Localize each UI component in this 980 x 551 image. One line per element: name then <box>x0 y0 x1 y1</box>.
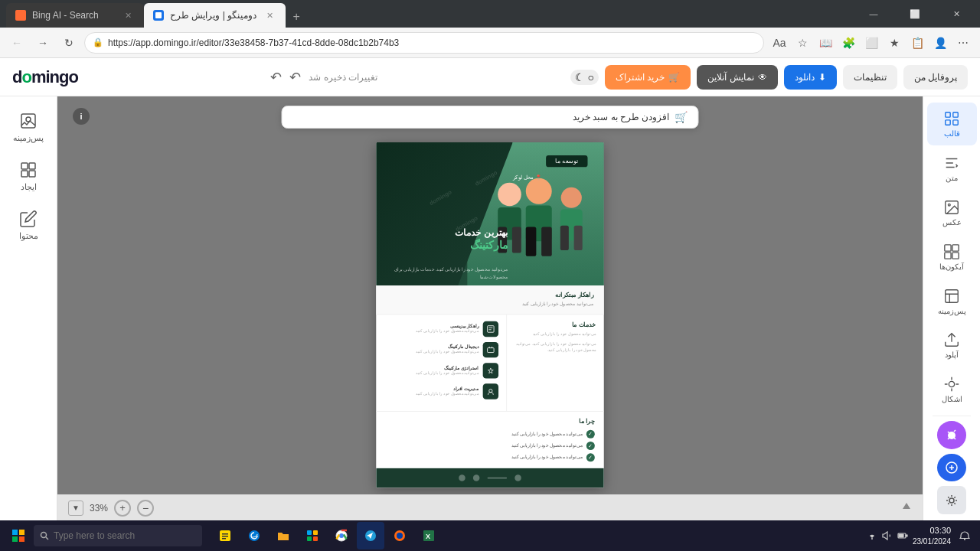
extensions-button[interactable]: 🧩 <box>838 32 859 54</box>
purchase-button[interactable]: 🛒 خرید اشتراک <box>605 65 691 90</box>
address-bar[interactable]: 🔒 https://app.domingo.ir/editor/33e38458… <box>84 32 764 54</box>
svg-rect-36 <box>946 289 959 302</box>
service-item-1: راهکار بیزینسی می‌توانید محصول خود را با… <box>384 321 498 337</box>
svg-rect-50 <box>222 536 228 537</box>
taskbar-files-app[interactable] <box>211 522 239 549</box>
svg-rect-49 <box>222 533 228 535</box>
tab-domingo[interactable]: دومینگو | ویرایش طرح ✕ <box>144 3 286 28</box>
ai-tool-button[interactable] <box>937 421 966 449</box>
svg-rect-54 <box>313 530 318 535</box>
service-desc-3: می‌توانید محصول خود را بازاریابی کنید <box>416 370 479 376</box>
zoom-level: 33% <box>90 503 108 514</box>
preview-label: نمایش آنلاین <box>707 72 753 83</box>
maximize-button[interactable]: ⬜ <box>897 2 933 25</box>
tool-bg[interactable]: پس‌زمینه <box>927 280 977 323</box>
battery-icon <box>897 530 908 541</box>
icons-icon <box>943 243 960 260</box>
tool-text[interactable]: متن <box>927 147 977 190</box>
scroll-up-button[interactable] <box>901 501 912 515</box>
new-tab-button[interactable]: + <box>286 6 307 28</box>
tab-bing[interactable]: Bing AI - Search ✕ <box>6 3 144 28</box>
tool-photo[interactable]: عکس <box>927 191 977 234</box>
taskbar-edge-app[interactable] <box>240 522 268 549</box>
back-button[interactable]: ← <box>6 32 28 54</box>
taskbar-search[interactable] <box>34 525 202 546</box>
zoom-bar: ▼ 33% + − <box>57 494 923 520</box>
tool-create[interactable]: ایجاد <box>4 153 54 199</box>
favorites-button[interactable]: ★ <box>884 32 905 54</box>
add-to-cart-button[interactable]: 🛒 افزودن طرح به سبد خرید <box>282 106 699 129</box>
taskbar-chrome-app[interactable] <box>328 522 355 549</box>
canvas-container: 🛒 افزودن طرح به سبد خرید i <box>57 96 923 520</box>
redo-button[interactable]: ↷ <box>270 69 282 86</box>
collections2-button[interactable]: 📋 <box>906 32 928 54</box>
tool-content[interactable]: محتوا <box>4 202 54 248</box>
notification-button[interactable] <box>956 527 974 545</box>
svg-point-46 <box>41 533 47 538</box>
why-text-2: می‌توانید محصول خود را بازاریابی کنید <box>511 443 583 448</box>
theme-toggle[interactable]: ☾ ○ <box>570 70 599 85</box>
close-button[interactable]: ✕ <box>939 2 974 25</box>
svg-marker-25 <box>903 503 910 509</box>
info-button[interactable]: i <box>73 108 90 125</box>
light-icon: ○ <box>588 71 594 83</box>
text-label: متن <box>946 174 958 182</box>
lock-icon: 🔒 <box>93 37 103 47</box>
taskbar-store-app[interactable] <box>299 522 326 549</box>
hero-subtitle: می‌توانید محصول خود را بازاریابی کنید. خ… <box>383 267 508 281</box>
tool-template[interactable]: قالب <box>927 103 977 145</box>
zoom-indicator[interactable]: ▼ <box>68 500 83 516</box>
hero-title-line2: مارکتینگ <box>383 240 508 253</box>
shapes-label: اشکال <box>942 395 962 403</box>
design-canvas[interactable]: توسعه ما 📍محل لوکر بهترین خدمات مارکتینگ <box>376 142 604 487</box>
start-button[interactable] <box>6 523 31 548</box>
minimize-button[interactable]: — <box>856 2 891 25</box>
download-button[interactable]: ⬇ دانلود <box>784 65 837 90</box>
taskbar-excel-app[interactable]: X <box>415 522 443 549</box>
star-button[interactable]: ☆ <box>792 32 813 54</box>
taskbar-search-input[interactable] <box>54 530 196 541</box>
right-sidebar: قالب متن عکس <box>923 96 980 520</box>
settings-bottom-button[interactable] <box>937 486 966 514</box>
bg-icon <box>943 288 960 305</box>
forward-button[interactable]: → <box>32 32 54 54</box>
upload-label: آپلود <box>945 350 959 359</box>
settings-button[interactable]: تنظیمات <box>843 65 897 90</box>
hero-title-line1: بهترین خدمات <box>383 226 508 240</box>
solutions-section: راهکار مبتکرانه می‌توانید محصول خود را ب… <box>376 285 604 315</box>
refresh-button[interactable]: ↻ <box>58 32 80 54</box>
share-button[interactable] <box>937 454 966 482</box>
svg-rect-4 <box>21 171 28 177</box>
service-name-2: دیجیتال مارکتینگ <box>416 344 479 350</box>
svg-text:X: X <box>426 533 430 540</box>
svg-rect-9 <box>512 227 521 253</box>
tab-domingo-title: دومینگو | ویرایش طرح <box>170 10 256 21</box>
zoom-in-button[interactable]: + <box>114 500 131 517</box>
undo-button[interactable]: ↶ <box>289 69 301 86</box>
tool-shapes[interactable]: اشکال <box>927 368 977 411</box>
share-icon <box>945 461 959 474</box>
taskbar-firefox-app[interactable] <box>386 522 413 549</box>
tool-icons[interactable]: آیکون‌ها <box>927 236 977 279</box>
zoom-out-button[interactable]: − <box>137 500 154 517</box>
tool-background[interactable]: پس‌زمینه <box>4 104 54 150</box>
check-icon-1: ✓ <box>586 429 595 438</box>
services-column: خدمات ما می‌توانید محصول خود را بازاریاب… <box>506 315 604 411</box>
svg-point-61 <box>397 533 403 539</box>
tool-upload[interactable]: آپلود <box>927 324 977 367</box>
preview-button[interactable]: 👁 نمایش آنلاین <box>697 65 777 90</box>
translate-button[interactable]: Aa <box>769 32 790 54</box>
profile-button[interactable]: 👤 <box>929 32 951 54</box>
taskbar-clock[interactable]: 03:30 23/01/2024 <box>913 525 951 546</box>
svg-rect-17 <box>574 226 583 250</box>
more-button[interactable]: ⋯ <box>952 32 974 54</box>
services-icons-column: راهکار بیزینسی می‌توانید محصول خود را با… <box>376 315 506 411</box>
split-button[interactable]: ⬜ <box>861 32 882 54</box>
taskbar-folder-app[interactable] <box>270 522 297 549</box>
tab-bing-close[interactable]: ✕ <box>121 8 135 22</box>
profile-button-app[interactable]: پروفایل من <box>903 65 968 90</box>
tab-domingo-close[interactable]: ✕ <box>263 8 276 22</box>
collections-button[interactable]: 📖 <box>815 32 836 54</box>
taskbar-telegram-app[interactable] <box>357 522 384 549</box>
service-name-4: مدیریت افراد <box>416 386 479 392</box>
